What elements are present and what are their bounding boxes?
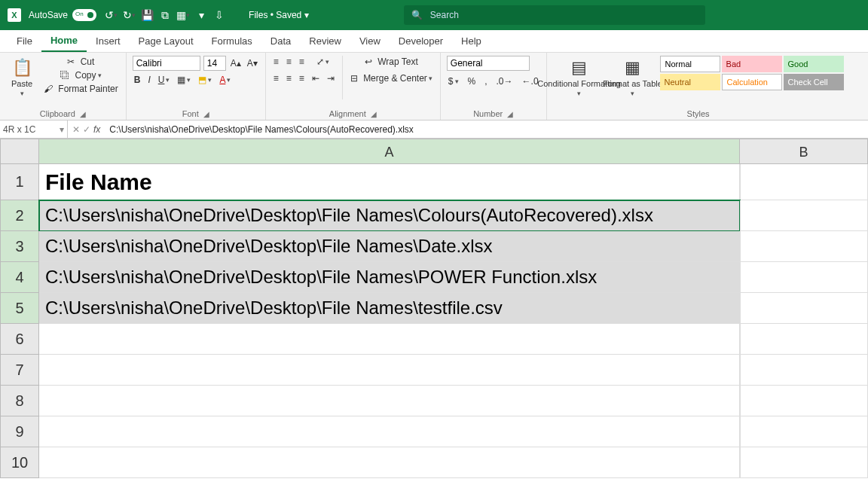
wrap-text-button[interactable]: ↩ Wrap Text xyxy=(349,56,434,68)
qat-icon-1[interactable]: ⧉ xyxy=(158,8,172,22)
increase-indent-icon[interactable]: ⇥ xyxy=(326,72,336,84)
tab-data[interactable]: Data xyxy=(261,31,300,51)
tab-help[interactable]: Help xyxy=(452,31,491,51)
align-left-icon[interactable]: ≡ xyxy=(272,72,280,84)
align-top-icon[interactable]: ≡ xyxy=(272,56,280,68)
row-header[interactable]: 10 xyxy=(0,447,39,478)
tab-page-layout[interactable]: Page Layout xyxy=(130,31,203,51)
format-painter-button[interactable]: 🖌 Format Painter xyxy=(42,83,120,95)
tab-insert[interactable]: Insert xyxy=(87,31,130,51)
copy-button[interactable]: ⿻ Copy xyxy=(42,69,120,81)
select-all-corner[interactable] xyxy=(0,139,39,164)
cancel-formula-icon[interactable]: ✕ xyxy=(72,124,80,135)
cell[interactable]: C:\Users\nisha\OneDrive\Desktop\File Nam… xyxy=(39,262,740,293)
format-as-table-button[interactable]: ▦Format as Table xyxy=(610,56,656,99)
style-good[interactable]: Good xyxy=(784,56,844,72)
qat-overflow[interactable]: ⇩ xyxy=(212,8,226,22)
font-size-select[interactable] xyxy=(203,56,226,71)
underline-button[interactable]: U xyxy=(157,74,172,86)
cell[interactable] xyxy=(39,324,740,355)
undo-button[interactable]: ↺ xyxy=(104,8,118,22)
cell[interactable] xyxy=(39,355,740,386)
align-middle-icon[interactable]: ≡ xyxy=(285,56,293,68)
tab-file[interactable]: File xyxy=(8,31,41,51)
cell[interactable] xyxy=(740,324,868,355)
cell[interactable] xyxy=(740,293,868,324)
percent-format-icon[interactable]: % xyxy=(466,75,478,87)
comma-format-icon[interactable]: , xyxy=(483,75,488,87)
align-bottom-icon[interactable]: ≡ xyxy=(298,56,306,68)
accept-formula-icon[interactable]: ✓ xyxy=(83,124,90,135)
align-center-icon[interactable]: ≡ xyxy=(285,72,293,84)
cell[interactable]: C:\Users\nisha\OneDrive\Desktop\File Nam… xyxy=(39,293,740,324)
number-launcher[interactable]: ◢ xyxy=(507,110,513,118)
accounting-format-icon[interactable]: $ xyxy=(447,75,460,87)
fx-icon[interactable]: fx xyxy=(93,124,100,135)
tab-home[interactable]: Home xyxy=(41,30,87,52)
cell[interactable] xyxy=(740,416,868,447)
alignment-launcher[interactable]: ◢ xyxy=(371,110,377,118)
name-box[interactable]: 4R x 1C ▾ xyxy=(0,120,68,138)
cell[interactable] xyxy=(740,355,868,386)
row-header[interactable]: 6 xyxy=(0,324,39,355)
cell[interactable] xyxy=(740,200,868,231)
tab-formulas[interactable]: Formulas xyxy=(203,31,261,51)
search-box[interactable]: 🔍 xyxy=(404,5,705,25)
col-header-B[interactable]: B xyxy=(740,139,868,164)
increase-font-icon[interactable]: A▴ xyxy=(229,57,243,69)
row-header[interactable]: 2 xyxy=(0,200,39,231)
row-header[interactable]: 7 xyxy=(0,355,39,386)
increase-decimal-icon[interactable]: .0→ xyxy=(495,75,515,87)
tab-developer[interactable]: Developer xyxy=(390,31,452,51)
cell[interactable] xyxy=(740,231,868,262)
qat-more[interactable]: ▾ xyxy=(194,8,208,22)
bold-button[interactable]: B xyxy=(133,74,142,86)
cell[interactable]: C:\Users\nisha\OneDrive\Desktop\File Nam… xyxy=(39,200,740,231)
font-color-button[interactable]: A xyxy=(218,74,232,86)
cell[interactable] xyxy=(740,262,868,293)
decrease-font-icon[interactable]: A▾ xyxy=(246,57,259,69)
cell[interactable] xyxy=(740,447,868,478)
cell[interactable] xyxy=(740,386,868,416)
font-launcher[interactable]: ◢ xyxy=(203,110,209,118)
decrease-indent-icon[interactable]: ⇤ xyxy=(310,72,321,84)
number-format-select[interactable] xyxy=(447,56,530,71)
save-icon[interactable]: 💾 xyxy=(140,8,154,22)
style-neutral[interactable]: Neutral xyxy=(660,74,720,90)
cut-button[interactable]: ✂ Cut xyxy=(42,56,120,68)
search-input[interactable] xyxy=(429,9,698,21)
merge-center-button[interactable]: ⊟ Merge & Center xyxy=(349,72,434,84)
tab-review[interactable]: Review xyxy=(300,31,350,51)
file-status[interactable]: Files • Saved ▾ xyxy=(249,10,309,20)
fill-color-button[interactable]: ⬒ xyxy=(197,74,213,86)
tab-view[interactable]: View xyxy=(350,31,390,51)
row-header[interactable]: 9 xyxy=(0,416,39,447)
style-calculation[interactable]: Calculation xyxy=(722,74,782,90)
cell[interactable] xyxy=(740,164,868,200)
formula-bar[interactable]: C:\Users\nisha\OneDrive\Desktop\File Nam… xyxy=(105,124,868,135)
qat-icon-2[interactable]: ▦ xyxy=(176,8,190,22)
italic-button[interactable]: I xyxy=(146,74,151,86)
clipboard-launcher[interactable]: ◢ xyxy=(80,110,86,118)
paste-button[interactable]: 📋Paste xyxy=(6,56,38,99)
cell[interactable] xyxy=(39,447,740,478)
autosave-toggle[interactable]: AutoSave On xyxy=(29,9,96,21)
cell[interactable]: C:\Users\nisha\OneDrive\Desktop\File Nam… xyxy=(39,231,740,262)
cell[interactable] xyxy=(39,386,740,416)
style-bad[interactable]: Bad xyxy=(722,56,782,72)
row-header[interactable]: 8 xyxy=(0,386,39,416)
cell[interactable]: File Name xyxy=(39,164,740,200)
row-header[interactable]: 4 xyxy=(0,262,39,293)
style-normal[interactable]: Normal xyxy=(660,56,720,72)
row-header[interactable]: 1 xyxy=(0,164,39,200)
row-header[interactable]: 3 xyxy=(0,231,39,262)
col-header-A[interactable]: A xyxy=(39,139,740,164)
toggle-switch[interactable]: On xyxy=(72,9,96,21)
redo-button[interactable]: ↻ xyxy=(122,8,136,22)
conditional-formatting-button[interactable]: ▤Conditional Formatting xyxy=(553,56,606,99)
border-button[interactable]: ▦ xyxy=(176,74,192,86)
row-header[interactable]: 5 xyxy=(0,293,39,324)
orientation-icon[interactable]: ⤢ xyxy=(310,56,336,68)
cell[interactable] xyxy=(39,416,740,447)
align-right-icon[interactable]: ≡ xyxy=(298,72,306,84)
